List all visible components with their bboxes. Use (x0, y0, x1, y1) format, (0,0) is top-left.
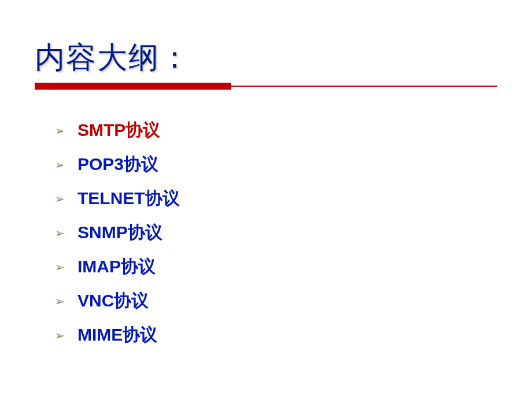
bullet-icon: ➢ (55, 294, 65, 308)
list-item-label: IMAP协议 (77, 255, 156, 279)
divider-thick (35, 83, 231, 90)
divider-thin (231, 86, 497, 87)
list-item: ➢ POP3协议 (55, 153, 497, 176)
list-item-label: SNMP协议 (77, 221, 162, 245)
list-item: ➢ IMAP协议 (55, 255, 497, 279)
bullet-icon: ➢ (55, 192, 65, 206)
slide-title: 内容大纲： (35, 38, 497, 78)
bullet-icon: ➢ (55, 226, 65, 240)
outline-list: ➢ SMTP协议 ➢ POP3协议 ➢ TELNET协议 ➢ SNMP协议 ➢ … (35, 110, 497, 347)
list-item: ➢ SMTP协议 (55, 119, 497, 142)
bullet-icon: ➢ (55, 124, 65, 138)
list-item: ➢ SNMP协议 (55, 221, 497, 245)
list-item: ➢ MIME协议 (55, 323, 497, 347)
list-item: ➢ TELNET协议 (55, 187, 497, 210)
list-item-label: MIME协议 (77, 323, 157, 347)
list-item-label: SMTP协议 (77, 119, 160, 142)
bullet-icon: ➢ (55, 260, 65, 274)
list-item: ➢ VNC协议 (55, 289, 497, 313)
list-item-label: VNC协议 (77, 289, 149, 313)
title-area: 内容大纲： (35, 38, 497, 90)
title-divider (35, 83, 497, 90)
bullet-icon: ➢ (55, 158, 65, 172)
slide-container: 内容大纲： ➢ SMTP协议 ➢ POP3协议 ➢ TELNET协议 ➢ SNM… (0, 0, 532, 399)
list-item-label: POP3协议 (77, 153, 158, 176)
list-item-label: TELNET协议 (77, 187, 180, 210)
bullet-icon: ➢ (55, 328, 65, 342)
